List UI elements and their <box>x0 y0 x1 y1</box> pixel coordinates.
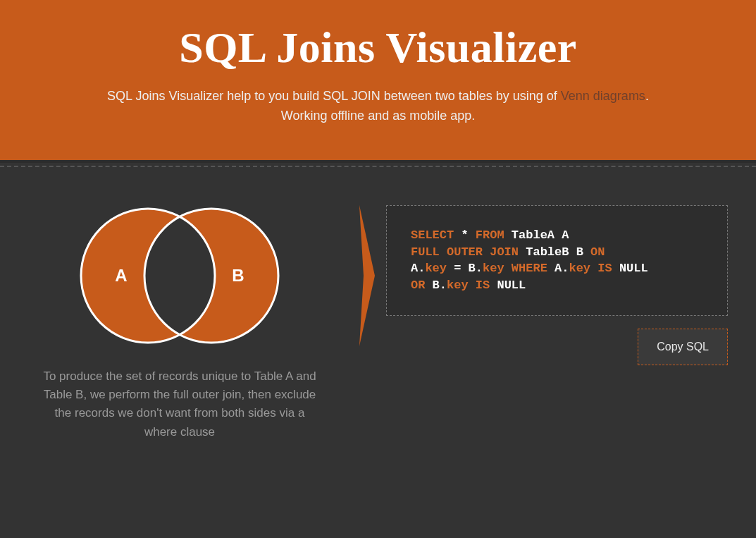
button-row: Copy SQL <box>386 329 728 365</box>
sql-text: NULL <box>619 262 648 275</box>
venn-diagram-container: A B <box>28 205 331 346</box>
main-content: A B To produce the set of records unique… <box>0 163 756 470</box>
sql-keyword: IS <box>597 262 612 275</box>
sql-keyword: key <box>447 279 469 292</box>
sql-keyword: ON <box>590 245 605 259</box>
copy-sql-button[interactable]: Copy SQL <box>638 329 728 365</box>
join-description: To produce the set of records unique to … <box>28 367 331 441</box>
sql-code-box: SELECT * FROM TableA AFULL OUTER JOIN Ta… <box>386 205 728 316</box>
sql-text: B. <box>425 279 447 292</box>
page-subtitle: SQL Joins Visualizer help to you build S… <box>14 87 742 126</box>
sql-keyword: key <box>425 262 447 275</box>
sql-text: * <box>454 228 476 242</box>
arrow-icon <box>359 205 375 346</box>
sql-keyword: SELECT <box>411 228 454 242</box>
sql-text: A. <box>547 262 569 275</box>
venn-label-a: A <box>115 266 127 285</box>
page-header: SQL Joins Visualizer SQL Joins Visualize… <box>0 0 756 163</box>
sql-keyword: OR <box>411 279 425 292</box>
sql-text <box>490 279 497 292</box>
sql-keyword: WHERE <box>512 262 547 275</box>
sql-column: SELECT * FROM TableA AFULL OUTER JOIN Ta… <box>359 205 728 441</box>
sql-keyword: key <box>569 262 590 275</box>
sql-text: A. <box>411 262 425 275</box>
venn-column: A B To produce the set of records unique… <box>28 205 331 441</box>
subtitle-line2: Working offline and as mobile app. <box>281 109 476 123</box>
sql-keyword: FULL OUTER JOIN <box>411 245 519 259</box>
page-title: SQL Joins Visualizer <box>14 23 742 73</box>
sql-keyword: key <box>483 262 504 275</box>
venn-label-b: B <box>232 266 244 285</box>
sql-text: TableB B <box>519 245 590 259</box>
sql-text: = B. <box>447 262 483 275</box>
venn-diagrams-link[interactable]: Venn diagrams <box>561 89 645 103</box>
sql-keyword: IS <box>476 279 490 292</box>
subtitle-text-after: . <box>645 89 649 103</box>
sql-text <box>469 279 476 292</box>
svg-marker-0 <box>359 205 375 346</box>
sql-text: TableA A <box>504 228 569 242</box>
sql-text <box>504 262 512 275</box>
sql-text <box>612 262 619 275</box>
venn-diagram[interactable]: A B <box>63 205 296 346</box>
sql-keyword: FROM <box>476 228 504 242</box>
sql-text: NULL <box>497 279 526 292</box>
subtitle-text-before: SQL Joins Visualizer help to you build S… <box>107 89 561 103</box>
sql-text <box>590 262 597 275</box>
